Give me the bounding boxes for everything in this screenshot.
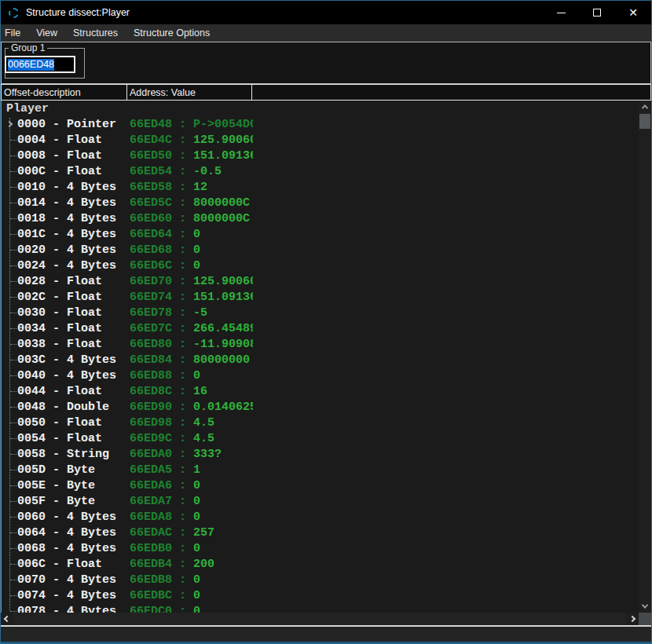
struct-row[interactable]: 001C - 4 Bytes66ED64 : 0	[2, 226, 651, 242]
struct-row[interactable]: 0000 - Pointer66ED48 : P->0054D0	[2, 116, 651, 132]
base-address-value: 0066ED48	[8, 59, 54, 71]
row-value: P->0054D0	[193, 118, 253, 131]
row-address: 66EDBC :	[130, 589, 193, 602]
menu-item-structures[interactable]: Structures	[65, 24, 126, 42]
struct-row[interactable]: 000C - Float66ED54 : -0.5	[2, 163, 651, 179]
tree-line	[10, 203, 16, 203]
row-value: 333?	[193, 448, 222, 461]
scroll-up-button[interactable]	[639, 101, 651, 113]
struct-row[interactable]: 0054 - Float66ED9C : 4.5	[2, 430, 651, 446]
titlebar[interactable]: Structure dissect:Player ✕	[1, 1, 651, 24]
struct-row[interactable]: 0014 - 4 Bytes66ED5C : 8000000C	[2, 195, 651, 210]
tree-line	[10, 501, 16, 502]
row-address-value: 66ED64 : 0	[130, 228, 253, 241]
struct-row[interactable]: 003C - 4 Bytes66ED84 : 80000000	[2, 352, 651, 368]
struct-row[interactable]: 0020 - 4 Bytes66ED68 : 0	[2, 242, 651, 258]
struct-root-row[interactable]: Player	[2, 101, 651, 116]
row-address: 66ED70 :	[130, 275, 193, 288]
tree-line	[10, 454, 16, 455]
horizontal-scrollbar-track[interactable]	[13, 613, 626, 625]
scroll-down-button[interactable]	[639, 600, 651, 613]
struct-row[interactable]: 005E - Byte66EDA6 : 0	[2, 478, 651, 493]
struct-row[interactable]: 0058 - String66EDA0 : 333?	[2, 446, 651, 462]
row-offset-description: 000C - Float	[2, 165, 102, 178]
struct-row[interactable]: 0010 - 4 Bytes66ED58 : 12	[2, 179, 651, 195]
row-value: 151.09136	[193, 149, 253, 163]
structure-dissect-window: Structure dissect:Player ✕ FileViewStruc…	[0, 0, 652, 644]
struct-row[interactable]: 0024 - 4 Bytes66ED6C : 0	[2, 258, 651, 273]
row-address: 66EDB4 :	[130, 558, 193, 571]
row-address: 66EDC0 :	[130, 605, 193, 613]
minimize-button[interactable]	[543, 1, 579, 24]
row-address-value: 66ED58 : 12	[130, 181, 253, 194]
close-icon: ✕	[628, 7, 638, 18]
struct-row[interactable]: 002C - Float66ED74 : 151.09136	[2, 289, 651, 305]
tree-line	[10, 250, 16, 251]
empty-header[interactable]	[251, 84, 651, 101]
row-offset-description: 0028 - Float	[2, 275, 102, 288]
offset-description-header[interactable]: Offset-description	[1, 84, 127, 101]
row-address: 66EDB0 :	[130, 542, 193, 555]
row-address: 66ED48 :	[130, 118, 193, 131]
menu-item-view[interactable]: View	[28, 24, 65, 42]
struct-row[interactable]: 0064 - 4 Bytes66EDAC : 257	[2, 525, 651, 540]
tree-line	[10, 595, 16, 596]
struct-row[interactable]: 0060 - 4 Bytes66EDA8 : 0	[2, 509, 651, 525]
row-address: 66ED80 :	[130, 338, 193, 351]
scroll-right-button[interactable]	[626, 613, 639, 625]
vertical-scrollbar-thumb[interactable]	[639, 114, 650, 129]
row-address: 66ED58 :	[130, 181, 193, 194]
row-address-value: 66EDA5 : 1	[130, 463, 253, 477]
maximize-button[interactable]	[579, 1, 615, 24]
struct-row[interactable]: 0048 - Double66ED90 : 0.0140625	[2, 399, 651, 415]
horizontal-scrollbar[interactable]	[1, 613, 651, 625]
tree-line	[10, 532, 16, 533]
menu-item-file[interactable]: File	[1, 24, 28, 42]
struct-row[interactable]: 0008 - Float66ED50 : 151.09136	[2, 148, 651, 163]
struct-row[interactable]: 006C - Float66EDB4 : 200	[2, 556, 651, 572]
struct-row[interactable]: 0018 - 4 Bytes66ED60 : 8000000C	[2, 210, 651, 226]
struct-row[interactable]: 0004 - Float66ED4C : 125.90060	[2, 132, 651, 148]
struct-row[interactable]: 0068 - 4 Bytes66EDB0 : 0	[2, 540, 651, 556]
struct-row[interactable]: 0078 - 4 Bytes66EDC0 : 0	[2, 603, 651, 613]
struct-row[interactable]: 0030 - Float66ED78 : -5	[2, 305, 651, 320]
row-address: 66EDA8 :	[130, 510, 193, 524]
row-address-value: 66EDB8 : 0	[130, 573, 253, 587]
struct-row[interactable]: 0038 - Float66ED80 : -11.90908	[2, 336, 651, 352]
structure-tree[interactable]: Player 0000 - Pointer66ED48 : P->0054D00…	[1, 101, 651, 613]
tree-line	[10, 281, 16, 282]
row-address-value: 66ED68 : 0	[130, 243, 253, 257]
struct-row[interactable]: 0050 - Float66ED98 : 4.5	[2, 415, 651, 430]
chevron-down-icon	[642, 602, 648, 608]
menu-item-structure-options[interactable]: Structure Options	[126, 24, 218, 42]
row-address-value: 66ED5C : 8000000C	[130, 196, 253, 210]
close-button[interactable]: ✕	[615, 1, 651, 24]
row-offset-description: 0034 - Float	[2, 322, 102, 335]
struct-row[interactable]: 0034 - Float66ED7C : 266.45489	[2, 320, 651, 336]
row-address-value: 66ED60 : 8000000C	[130, 212, 253, 225]
row-offset-description: 0058 - String	[2, 448, 109, 461]
vertical-scrollbar[interactable]	[639, 101, 651, 613]
chevron-up-icon	[642, 104, 648, 111]
struct-row[interactable]: 0070 - 4 Bytes66EDB8 : 0	[2, 572, 651, 587]
struct-row[interactable]: 0074 - 4 Bytes66EDBC : 0	[2, 587, 651, 603]
row-value: 0.0140625	[193, 401, 253, 414]
tree-line	[10, 187, 16, 188]
scroll-left-button[interactable]	[1, 613, 13, 625]
row-address-value: 66ED9C : 4.5	[130, 432, 253, 445]
struct-row[interactable]: 0040 - 4 Bytes66ED88 : 0	[2, 368, 651, 383]
row-address-value: 66ED50 : 151.09136	[130, 149, 253, 163]
struct-row[interactable]: 005D - Byte66EDA5 : 1	[2, 462, 651, 478]
address-value-header[interactable]: Address: Value	[126, 84, 252, 101]
base-address-input[interactable]: 0066ED48	[5, 56, 75, 73]
struct-row[interactable]: 0044 - Float66ED8C : 16	[2, 383, 651, 399]
row-address: 66ED84 :	[130, 353, 193, 367]
row-address: 66ED98 :	[130, 416, 193, 430]
row-address-value: 66ED74 : 151.09136	[130, 291, 253, 304]
row-value: 0	[193, 243, 200, 257]
window-title: Structure dissect:Player	[26, 7, 130, 18]
struct-row[interactable]: 0028 - Float66ED70 : 125.90060	[2, 273, 651, 289]
row-value: 125.90060	[193, 275, 253, 288]
struct-row[interactable]: 005F - Byte66EDA7 : 0	[2, 493, 651, 509]
row-value: 80000000	[193, 353, 250, 367]
